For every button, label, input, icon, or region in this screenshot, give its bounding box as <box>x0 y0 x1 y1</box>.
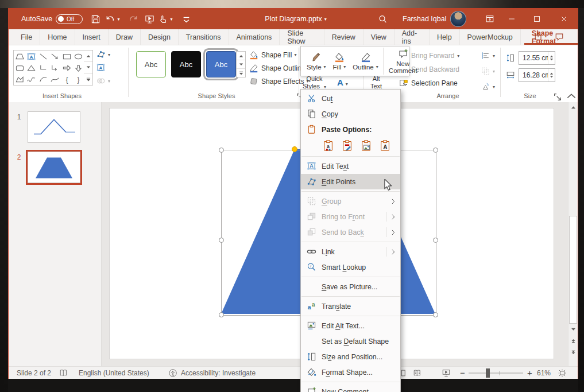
triangle-shape[interactable] <box>26 62 38 73</box>
styles-down-button[interactable] <box>237 60 245 69</box>
slide-thumbnail-box[interactable] <box>28 152 80 183</box>
slideshow-view-button[interactable] <box>442 367 451 379</box>
paste-use-destination-theme-button[interactable]: a <box>322 139 335 153</box>
text-box-button[interactable]: A <box>96 62 110 73</box>
slide-thumbnail-1[interactable]: 1 <box>10 111 80 143</box>
tab-view[interactable]: View <box>363 29 395 45</box>
outline-button[interactable]: Outline▾ <box>349 48 381 75</box>
menu-item-paste-options[interactable]: Paste Options: <box>301 122 400 137</box>
trapezoid-shape[interactable] <box>14 51 26 62</box>
new-comment-button[interactable]: New Comment <box>383 48 423 75</box>
menu-item-format-shape[interactable]: Format Shape... <box>301 364 400 380</box>
tab-help[interactable]: Help <box>430 29 460 45</box>
zoom-out-button[interactable]: − <box>460 367 465 379</box>
menu-item-save-as-picture[interactable]: Save as Picture... <box>301 279 400 294</box>
tab-insert[interactable]: Insert <box>75 29 109 45</box>
rotate-button[interactable]: ▾ <box>481 81 495 92</box>
reading-view-button[interactable] <box>413 367 422 379</box>
redo-button[interactable] <box>126 9 141 29</box>
paste-keep-source-formatting-button[interactable] <box>341 139 354 153</box>
resize-handle-middle-right[interactable] <box>433 238 438 243</box>
paste-picture-button[interactable] <box>359 139 373 153</box>
proofing-button[interactable] <box>59 367 68 379</box>
left-brace-shape[interactable]: { <box>61 73 73 85</box>
selection-pane-button[interactable]: Selection Pane <box>399 77 459 89</box>
previous-slide-button[interactable] <box>569 336 578 346</box>
elbow-arrow-connector-shape[interactable] <box>49 62 61 73</box>
search-button[interactable] <box>375 9 390 29</box>
rectangle-shape[interactable] <box>61 51 73 62</box>
arrow-shape[interactable] <box>49 51 61 62</box>
tab-design[interactable]: Design <box>141 29 179 45</box>
menu-item-send-to-back[interactable]: Send to Back <box>301 224 400 240</box>
elbow-connector-shape[interactable] <box>37 62 49 73</box>
touch-mouse-mode-button[interactable]: ▾ <box>158 9 173 29</box>
gallery-down-button[interactable] <box>84 62 92 73</box>
scroll-up-button[interactable] <box>569 103 578 112</box>
merge-shapes-button[interactable]: ▾ <box>96 75 110 87</box>
resize-handle-middle-left[interactable] <box>219 238 224 243</box>
freeform-shape[interactable] <box>14 73 26 85</box>
next-slide-button[interactable] <box>569 348 578 357</box>
shape-height-field[interactable] <box>519 51 555 65</box>
zoom-slider[interactable] <box>469 367 523 379</box>
undo-button[interactable]: ▾ <box>105 9 120 29</box>
customize-quick-access-button[interactable] <box>179 9 194 29</box>
resize-handle-bottom-left[interactable] <box>219 312 224 317</box>
shape-style-preset-3[interactable]: Abc <box>206 51 236 77</box>
shape-style-preset-1[interactable]: Abc <box>136 51 166 77</box>
shape-effects-button[interactable]: Shape Effects▾ <box>249 75 310 87</box>
accessibility-status[interactable]: Accessibility: Investigate <box>181 367 256 379</box>
alt-text-button[interactable]: Alt Text <box>370 75 382 90</box>
slide-thumbnail-2[interactable]: 2 <box>10 152 80 183</box>
shape-width-input[interactable] <box>519 69 548 81</box>
minimize-button[interactable] <box>499 9 524 29</box>
shape-height-input[interactable] <box>519 52 548 64</box>
collapse-ribbon-icon[interactable] <box>567 91 576 100</box>
tab-file[interactable]: File <box>13 29 40 45</box>
height-stepper[interactable] <box>548 52 555 64</box>
vertical-scrollbar[interactable] <box>568 102 578 366</box>
edit-shape-button[interactable]: ▾ <box>96 49 110 60</box>
tab-review[interactable]: Review <box>324 29 363 45</box>
line-shape[interactable] <box>37 51 49 62</box>
rounded-rectangle-shape[interactable] <box>14 62 26 73</box>
zoom-in-button[interactable]: + <box>527 367 532 379</box>
right-arrow-shape[interactable] <box>61 62 73 73</box>
down-arrow-shape[interactable] <box>73 62 85 73</box>
quick-styles-button[interactable]: Quick Styles ▾ <box>303 75 326 91</box>
shape-width-field[interactable] <box>519 68 555 82</box>
close-button[interactable] <box>550 9 578 29</box>
menu-item-group[interactable]: Group <box>301 193 400 209</box>
styles-more-button[interactable] <box>237 69 245 77</box>
comments-icon[interactable] <box>555 32 564 41</box>
tab-powermockup[interactable]: PowerMockup <box>460 29 521 45</box>
scrollbar-thumb[interactable] <box>569 216 577 324</box>
user-avatar[interactable] <box>450 9 466 29</box>
zoom-slider-thumb[interactable] <box>486 368 490 378</box>
tab-transitions[interactable]: Transitions <box>179 29 229 45</box>
accessibility-button[interactable] <box>168 367 177 379</box>
zoom-level[interactable]: 61% <box>537 367 551 379</box>
paste-keep-text-only-button[interactable]: A <box>378 139 392 153</box>
menu-item-translate[interactable]: aäTranslate <box>301 298 400 314</box>
tab-animations[interactable]: Animations <box>229 29 280 45</box>
menu-item-smart-lookup[interactable]: iSmart Lookup <box>301 259 400 275</box>
menu-item-bring-to-front[interactable]: Bring to Front <box>301 209 400 224</box>
wordart-text-fill-button[interactable]: A▾ <box>337 79 348 88</box>
save-button[interactable] <box>88 9 103 29</box>
document-title[interactable]: Plot Diagram.pptx▾ <box>238 9 353 29</box>
fit-to-window-button[interactable] <box>558 367 567 379</box>
styles-up-button[interactable] <box>237 52 245 60</box>
maximize-button[interactable] <box>524 9 550 29</box>
resize-handle-bottom-right[interactable] <box>433 312 438 317</box>
adjust-handle[interactable] <box>292 146 297 152</box>
group-button[interactable]: ▾ <box>481 65 495 77</box>
autosave-toggle[interactable]: Off <box>56 9 83 29</box>
align-button[interactable]: ▾ <box>481 50 495 61</box>
slide-indicator[interactable]: Slide 2 of 2 <box>17 367 51 379</box>
menu-item-edit-text[interactable]: AEdit Text <box>301 158 400 174</box>
menu-item-cut[interactable]: Cut <box>301 91 400 106</box>
scribble-shape[interactable] <box>26 73 38 85</box>
fill-button[interactable]: Fill▾ <box>330 48 350 75</box>
